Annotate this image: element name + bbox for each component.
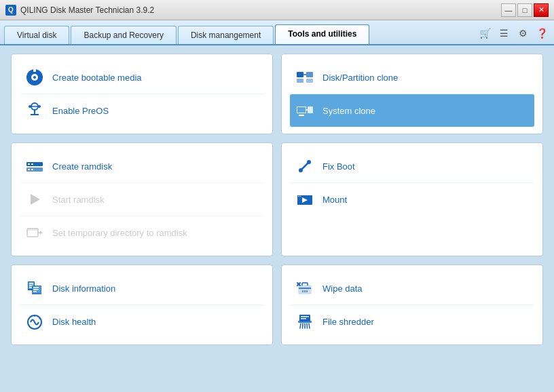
file-shredder-icon <box>294 311 316 332</box>
svg-rect-18 <box>308 106 313 113</box>
svg-marker-31 <box>40 231 42 235</box>
minimize-button[interactable]: — <box>501 3 516 17</box>
titlebar-left: Q QILING Disk Master Technician 3.9.2 <box>5 5 154 16</box>
create-bootable-item[interactable]: Create bootable media <box>20 61 264 94</box>
system-clone-icon <box>294 100 316 121</box>
wipe-data-item[interactable]: Wipe data <box>290 272 534 305</box>
panel-fix-mount: Fix Boot Mount <box>281 142 543 256</box>
mount-icon <box>294 189 316 210</box>
svg-rect-11 <box>297 72 303 77</box>
panel-wipe-shred: Wipe data File shredder <box>281 264 543 345</box>
svg-rect-29 <box>27 229 38 231</box>
mount-item[interactable]: Mount <box>290 182 534 216</box>
fix-boot-label: Fix Boot <box>322 161 355 172</box>
disk-partition-clone-item[interactable]: Disk/Partition clone <box>290 61 534 94</box>
svg-rect-3 <box>33 69 36 72</box>
disk-partition-clone-icon <box>294 66 316 88</box>
svg-rect-23 <box>28 163 30 165</box>
disk-health-label: Disk health <box>52 317 96 327</box>
svg-rect-48 <box>33 287 39 288</box>
file-shredder-item[interactable]: File shredder <box>290 305 534 338</box>
disk-information-item[interactable]: Disk information <box>20 272 264 305</box>
svg-rect-49 <box>33 289 39 290</box>
fix-boot-item[interactable]: Fix Boot <box>290 150 534 182</box>
svg-rect-67 <box>301 318 306 319</box>
enable-preos-label: Enable PreOS <box>52 106 109 116</box>
panel-disk-info: Disk information Disk health <box>11 264 273 345</box>
svg-line-61 <box>300 324 301 328</box>
wipe-data-icon <box>294 277 316 299</box>
toolbar-icons: 🛒 ☰ ⚙ ❓ <box>477 25 550 44</box>
svg-line-53 <box>39 318 41 319</box>
start-ramdisk-icon <box>24 189 45 210</box>
start-ramdisk-item: Start ramdisk <box>20 182 264 216</box>
tab-backup-recovery[interactable]: Backup and Recovery <box>71 26 176 44</box>
menu-icon[interactable]: ☰ <box>496 25 512 41</box>
create-ramdisk-icon <box>24 155 45 177</box>
set-temp-dir-icon <box>24 222 45 243</box>
help-icon[interactable]: ❓ <box>534 25 550 41</box>
window-controls[interactable]: — □ ✕ <box>501 3 549 17</box>
svg-rect-12 <box>306 72 313 77</box>
system-clone-item[interactable]: System clone <box>290 94 534 127</box>
svg-rect-43 <box>29 283 33 284</box>
main-content: Create bootable media Enable PreOS <box>0 45 554 353</box>
enable-preos-icon <box>24 100 45 121</box>
svg-rect-54 <box>299 286 311 294</box>
fix-boot-icon <box>294 155 316 177</box>
tab-virtual-disk[interactable]: Virtual disk <box>4 26 69 44</box>
close-button[interactable]: ✕ <box>534 3 549 17</box>
disk-partition-clone-label: Disk/Partition clone <box>322 73 398 83</box>
svg-marker-27 <box>31 194 40 205</box>
svg-rect-45 <box>29 287 32 288</box>
disk-information-icon <box>24 277 45 299</box>
system-clone-label: System clone <box>322 106 375 116</box>
tabbar: Virtual disk Backup and Recovery Disk ma… <box>0 20 554 45</box>
file-shredder-label: File shredder <box>322 317 374 327</box>
mount-label: Mount <box>322 195 347 205</box>
enable-preos-item[interactable]: Enable PreOS <box>20 94 264 127</box>
tab-disk-management[interactable]: Disk manangement <box>178 26 274 44</box>
titlebar: Q QILING Disk Master Technician 3.9.2 — … <box>0 0 554 20</box>
svg-point-33 <box>307 160 311 164</box>
panel-ramdisk: Create ramdisk Start ramdisk Set tempora… <box>11 142 273 256</box>
start-ramdisk-label: Start ramdisk <box>52 195 105 205</box>
svg-rect-66 <box>301 316 309 317</box>
settings-icon[interactable]: ⚙ <box>515 25 531 41</box>
panel-media: Create bootable media Enable PreOS <box>11 54 273 134</box>
svg-line-62 <box>303 324 303 328</box>
svg-rect-17 <box>297 107 306 113</box>
maximize-button[interactable]: □ <box>517 3 532 17</box>
svg-line-64 <box>307 324 308 328</box>
svg-rect-19 <box>299 115 304 116</box>
create-ramdisk-item[interactable]: Create ramdisk <box>20 150 264 182</box>
create-bootable-label: Create bootable media <box>52 73 142 83</box>
svg-rect-50 <box>33 291 37 292</box>
tab-tools-utilities[interactable]: Tools and utilities <box>275 24 369 44</box>
svg-point-39 <box>298 196 299 197</box>
app-title: QILING Disk Master Technician 3.9.2 <box>20 5 154 15</box>
cart-icon[interactable]: 🛒 <box>477 25 493 41</box>
app-icon: Q <box>5 5 16 16</box>
svg-rect-25 <box>28 169 30 170</box>
svg-rect-24 <box>31 163 33 165</box>
svg-point-40 <box>300 196 301 197</box>
svg-rect-26 <box>31 169 33 170</box>
set-temp-dir-item: Set temporary directory to ramdisk <box>20 216 264 249</box>
disk-health-item[interactable]: Disk health <box>20 305 264 338</box>
svg-rect-60 <box>298 321 312 323</box>
svg-line-65 <box>309 324 310 328</box>
svg-rect-13 <box>297 79 303 83</box>
wipe-data-label: Wipe data <box>322 283 363 294</box>
panel-clone: Disk/Partition clone System clone <box>281 54 543 134</box>
disk-health-icon <box>24 311 45 332</box>
create-ramdisk-label: Create ramdisk <box>52 161 112 172</box>
create-bootable-icon <box>24 66 45 88</box>
set-temp-dir-label: Set temporary directory to ramdisk <box>52 228 187 238</box>
svg-rect-14 <box>306 79 313 83</box>
disk-information-label: Disk information <box>52 283 115 294</box>
svg-rect-38 <box>297 195 312 197</box>
svg-point-2 <box>33 76 36 79</box>
